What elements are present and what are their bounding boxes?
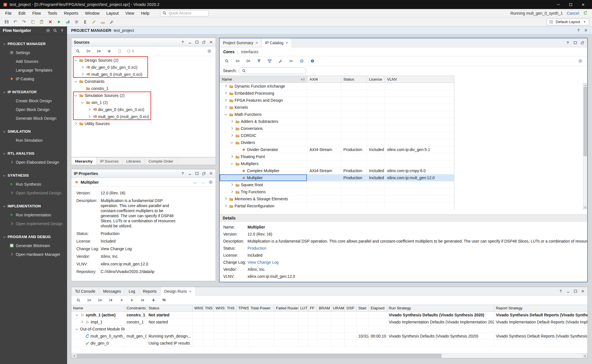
minimize-button[interactable] [566, 289, 570, 294]
menu-view[interactable]: View [122, 10, 138, 17]
help-button[interactable]: ? [180, 40, 185, 45]
scrollbar-track[interactable] [76, 354, 583, 358]
flow-item-run-synthesis[interactable]: Run Synthesis [0, 180, 67, 188]
source-item-constraints[interactable]: Constraints [71, 78, 216, 85]
expand-button[interactable] [95, 48, 102, 55]
scroll-left-button[interactable] [71, 354, 76, 358]
column-header-status[interactable]: Status [341, 76, 367, 83]
catalog-row-multipliers[interactable]: Multipliers [220, 160, 454, 167]
chevron-right-icon[interactable] [230, 155, 234, 159]
chevron-right-icon[interactable] [87, 114, 91, 119]
flow-item-ip-catalog[interactable]: IP Catalog [0, 74, 67, 83]
wrench-button[interactable] [277, 57, 284, 65]
chevron-right-icon[interactable] [230, 190, 234, 194]
flow-item-open-hardware-manager[interactable]: Open Hardware Manager [0, 250, 67, 259]
chevron-down-icon[interactable] [75, 327, 79, 331]
chevron-right-icon[interactable] [230, 183, 234, 187]
catalog-row-conversions[interactable]: Conversions [220, 125, 454, 132]
flow-item-settings[interactable]: Settings [0, 48, 67, 57]
sources-tab-libraries[interactable]: Libraries [123, 157, 145, 165]
column-header-license[interactable]: License [367, 76, 385, 83]
close-button[interactable] [580, 289, 585, 294]
chevron-down-icon[interactable] [74, 79, 78, 83]
menu-flow[interactable]: Flow [29, 10, 44, 17]
flow-item-open-elaborated-design[interactable]: Open Elaborated Design [0, 158, 67, 167]
help-button[interactable]: ? [558, 289, 563, 294]
maximize-button[interactable] [573, 41, 577, 45]
chevron-right-icon[interactable] [224, 105, 228, 110]
detail-value[interactable]: Production [248, 246, 266, 250]
search-button[interactable] [74, 48, 81, 55]
column-header-start[interactable]: Start [357, 305, 369, 311]
chevron-down-icon[interactable] [230, 162, 234, 166]
scrollbar-thumb[interactable] [77, 354, 441, 358]
bottom-tab-tcl-console[interactable]: Tcl Console [71, 287, 99, 295]
float-button[interactable] [580, 41, 585, 45]
save-button[interactable] [3, 18, 10, 26]
column-header-elapsed[interactable]: Elapsed [369, 305, 387, 311]
chevron-right-icon[interactable] [224, 91, 228, 96]
source-item-sim-1[interactable]: sim_1(2) [71, 99, 216, 106]
catalog-row-adders-subtracters[interactable]: Adders & Subtracters [220, 118, 454, 125]
minimize-button[interactable] [187, 171, 192, 176]
catalog-row-math-functions[interactable]: Math Functions [220, 111, 454, 118]
catalog-row-kernels[interactable]: Kernels [220, 104, 454, 111]
close-tab-icon[interactable]: × [189, 289, 192, 294]
chevron-down-icon[interactable] [80, 100, 85, 105]
source-item-design-sources[interactable]: Design Sources(2) [71, 57, 216, 64]
redo-button[interactable]: ↷ [20, 18, 28, 26]
column-header-uram[interactable]: URAM [331, 305, 345, 311]
menu-reports[interactable]: Reports [61, 10, 82, 17]
run-row-impl-1[interactable]: impl_1constrs_1Not startedVivado Impleme… [71, 319, 587, 326]
column-header-ths[interactable]: THS [225, 305, 237, 311]
flow-item-open-block-design[interactable]: Open Block Design [0, 105, 67, 114]
chevron-right-icon[interactable] [80, 320, 84, 324]
link-button[interactable] [287, 57, 295, 65]
flow-item-language-templates[interactable]: Language Templates [0, 66, 67, 74]
group-button[interactable] [266, 57, 273, 65]
catalog-row-divider-generator[interactable]: Divider GeneratorAXI4-StreamProductionIn… [220, 146, 454, 153]
catalog-row-partial-reconfiguration[interactable]: Partial Reconfiguration [220, 203, 454, 210]
flow-item-generate-block-design[interactable]: Generate Block Design [0, 114, 67, 123]
column-header-name[interactable]: Name [71, 305, 125, 311]
source-item-div-gen-0[interactable]: div_gen_0(div_gen_0.xci) [71, 64, 216, 71]
collapse-button[interactable] [234, 57, 241, 65]
settings-button[interactable] [576, 57, 584, 65]
column-header-failed-routes[interactable]: Failed Routes [274, 305, 299, 311]
sources-tab-hierarchy[interactable]: Hierarchy [71, 157, 96, 165]
scroll-down-button[interactable] [583, 205, 587, 210]
close-tab-icon[interactable]: × [255, 40, 258, 45]
flow-section-simulation[interactable]: SIMULATION [0, 127, 67, 136]
column-header-tns[interactable]: TNS [203, 305, 214, 311]
launch-button[interactable] [128, 296, 136, 304]
collapse-button[interactable] [85, 296, 93, 304]
delete-button[interactable] [47, 18, 54, 26]
menu-help[interactable]: Help [138, 10, 153, 17]
column-header-report-strategy[interactable]: Report Strategy [494, 305, 587, 311]
column-header-bram[interactable]: BRAM [317, 305, 331, 311]
bottom-tab-reports[interactable]: Reports [139, 287, 161, 295]
maximize-button[interactable] [564, 0, 577, 9]
column-header-wns[interactable]: WNS [193, 305, 203, 311]
settings-button[interactable] [208, 180, 213, 185]
help-button[interactable]: ? [180, 171, 185, 176]
info-button[interactable] [309, 57, 316, 65]
catalog-row-embedded-processing[interactable]: Embedded Processing [220, 90, 454, 97]
settings-button[interactable] [206, 48, 213, 55]
tools-button[interactable] [108, 18, 115, 26]
chevron-right-icon[interactable] [80, 65, 85, 69]
globe-button[interactable] [298, 57, 305, 65]
flow-item-run-simulation[interactable]: Run Simulation [0, 136, 67, 145]
maximize-button[interactable] [195, 40, 199, 45]
column-header-tpws[interactable]: TPWS [237, 305, 249, 311]
column-header-name[interactable]: Name∧1 [220, 76, 307, 83]
chevron-down-icon[interactable] [230, 141, 234, 145]
run-row-mult-gen-0-synth-1[interactable]: mult_gen_0_synth_1mult_gen_0Running synt… [71, 333, 587, 340]
source-item-mult-gen-0[interactable]: mult_gen_0(mult_gen_0.xci) [71, 113, 216, 120]
menu-layout[interactable]: Layout [103, 10, 122, 17]
catalog-row-square-root[interactable]: Square Root [220, 181, 454, 188]
layout-selector[interactable]: Default Layout [547, 19, 589, 25]
report-button[interactable] [64, 18, 71, 26]
flow-item-create-block-design[interactable]: Create Block Design [0, 96, 67, 105]
flow-item-run-implementation[interactable]: Run Implementation [0, 210, 67, 219]
